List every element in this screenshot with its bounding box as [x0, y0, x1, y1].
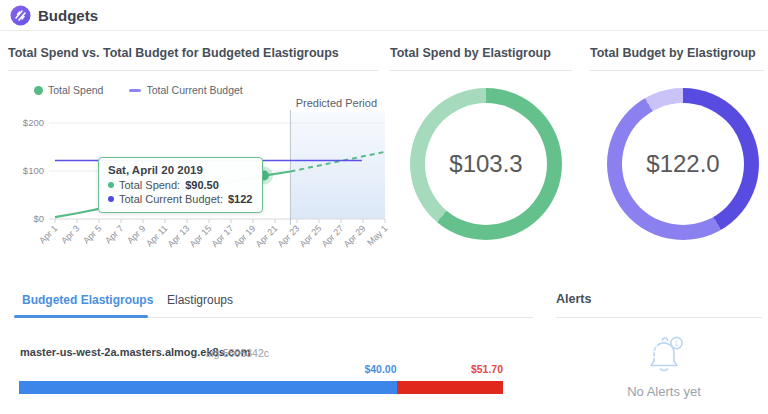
svg-text:$0: $0: [33, 213, 44, 224]
tooltip-date: Sat, April 20 2019: [108, 164, 252, 176]
spend-amount-label: $40.00: [19, 363, 397, 375]
svg-text:Apr 13: Apr 13: [166, 223, 192, 249]
legend-total-spend: Total Spend: [34, 84, 103, 96]
green-bullet-icon: [108, 182, 114, 188]
alert-badge-count: 1: [675, 340, 679, 347]
svg-text:Apr 27: Apr 27: [320, 223, 346, 249]
page-title: Budgets: [38, 7, 98, 24]
budget-amount-label: $51.70: [471, 363, 503, 375]
spotinst-logo-icon[interactable]: [10, 5, 31, 26]
spend-vs-budget-title: Total Spend vs. Total Budget for Budgete…: [8, 46, 339, 60]
total-spend-value: $103.3: [449, 150, 522, 178]
total-spend-dot-icon: [34, 86, 43, 95]
chart-legend: Total Spend Total Current Budget: [34, 84, 243, 96]
svg-text:Apr 3: Apr 3: [59, 223, 81, 245]
divider: [390, 70, 572, 71]
budgets-page: Budgets Total Spend vs. Total Budget for…: [0, 0, 768, 414]
tab-elastigroups[interactable]: Elastigroups: [167, 293, 233, 307]
alerts-title: Alerts: [556, 292, 591, 306]
svg-text:Apr 1: Apr 1: [37, 223, 59, 245]
budget-bar-fill: [19, 381, 397, 394]
total-budget-donut-chart[interactable]: $122.0: [607, 88, 759, 240]
svg-text:Apr 11: Apr 11: [144, 223, 169, 248]
no-alerts-text: No Alerts yet: [596, 384, 732, 399]
svg-text:$100: $100: [23, 165, 44, 176]
tooltip-row-budget: Total Current Budget: $122: [108, 193, 252, 205]
svg-text:Apr 23: Apr 23: [276, 223, 302, 249]
svg-text:Apr 5: Apr 5: [81, 223, 103, 245]
header-bar: Budgets: [0, 0, 768, 31]
svg-text:Apr 25: Apr 25: [298, 223, 324, 249]
svg-text:Apr 21: Apr 21: [254, 223, 280, 249]
divider: [556, 317, 762, 318]
budget-by-elastigroup-title: Total Budget by Elastigroup: [590, 46, 756, 60]
legend-total-current-budget: Total Current Budget: [129, 84, 242, 96]
divider: [8, 70, 378, 71]
svg-text:Apr 7: Apr 7: [103, 223, 125, 245]
svg-text:Apr 17: Apr 17: [210, 223, 236, 249]
tooltip-row-spend: Total Spend: $90.50: [108, 179, 252, 191]
bell-icon: 1: [636, 331, 692, 379]
svg-text:$200: $200: [23, 117, 44, 128]
spend-by-elastigroup-title: Total Spend by Elastigroup: [390, 46, 551, 60]
elastigroup-sig: sig-5505342c: [206, 347, 269, 359]
active-tab-indicator: [14, 315, 148, 318]
svg-text:Apr 15: Apr 15: [188, 223, 214, 249]
tab-budgeted-elastigroups[interactable]: Budgeted Elastigroups: [22, 293, 153, 307]
total-spend-donut-chart[interactable]: $103.3: [410, 88, 562, 240]
divider: [590, 70, 764, 71]
total-budget-value: $122.0: [646, 150, 719, 178]
budget-bar-over: [397, 381, 503, 394]
svg-text:May 1: May 1: [365, 223, 389, 247]
budget-progress-bar[interactable]: [19, 381, 503, 394]
chart-tooltip: Sat, April 20 2019 Total Spend: $90.50 T…: [98, 157, 263, 213]
purple-bullet-icon: [108, 196, 114, 202]
svg-text:Apr 29: Apr 29: [342, 223, 368, 249]
svg-text:Apr 19: Apr 19: [232, 223, 258, 249]
budget-bar-labels: $40.00 $51.70: [19, 363, 503, 376]
budget-line-icon: [129, 89, 141, 92]
